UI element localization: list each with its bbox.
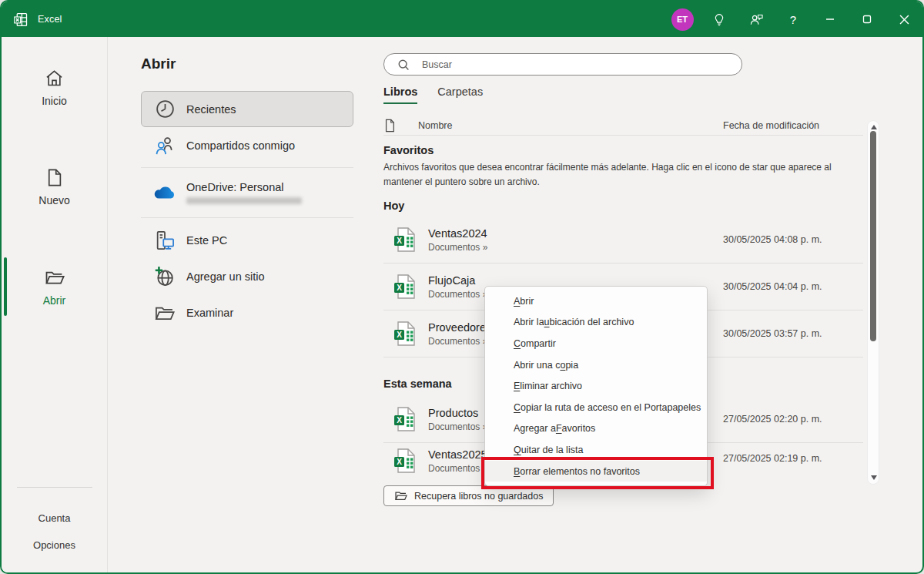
scroll-down-arrow-icon[interactable] [871, 475, 877, 480]
menu-item[interactable]: Abrir [485, 290, 707, 312]
backstage-body: Inicio Nuevo Abrir [2, 37, 922, 572]
svg-text:X: X [397, 331, 402, 339]
nav-item-label: Compartidos conmigo [186, 139, 295, 152]
nav-item-examinar[interactable]: Examinar [141, 294, 353, 331]
sidebar-item-abrir[interactable]: Abrir [2, 262, 107, 311]
shared-people-icon [153, 135, 176, 156]
list-header[interactable]: Nombre Fecha de modificación [383, 116, 863, 135]
nav-item-este-pc[interactable]: Este PC [141, 222, 353, 258]
add-site-globe-icon [153, 266, 176, 287]
file-date: 27/05/2025 02:20 p. m. [723, 414, 822, 425]
close-button[interactable] [886, 2, 922, 37]
active-accent-bar [4, 257, 7, 316]
home-icon [44, 68, 65, 89]
recover-folder-icon [394, 490, 407, 502]
nav-item-label: Examinar [186, 307, 233, 319]
avatar[interactable]: ET [671, 8, 694, 31]
new-document-icon [44, 167, 65, 188]
menu-item[interactable]: Borrar elementos no favoritos [485, 461, 707, 482]
excel-window: Excel ET [0, 0, 924, 574]
onedrive-cloud-icon [153, 184, 176, 201]
excel-file-icon: X [393, 227, 415, 252]
sidebar-item-nuevo[interactable]: Nuevo [2, 163, 107, 211]
column-date[interactable]: Fecha de modificación [723, 120, 819, 131]
sidebar-item-cuenta[interactable]: Cuenta [38, 505, 71, 532]
open-nav-panel: Abrir Recientes Compartidos conmigo [108, 37, 353, 572]
nav-item-label: OneDrive: Personal [186, 181, 302, 193]
search-box[interactable] [383, 53, 742, 76]
menu-item[interactable]: Compartir [485, 333, 707, 354]
nav-item-label: Este PC [186, 234, 227, 247]
left-rail: Inicio Nuevo Abrir [2, 37, 108, 572]
menu-item[interactable]: Agregar a Favoritos [485, 418, 707, 440]
file-date: 30/05/2025 04:04 p. m. [723, 281, 822, 292]
divider [141, 217, 353, 218]
sidebar-item-label: Nuevo [38, 194, 69, 206]
scrollbar-thumb[interactable] [870, 131, 876, 341]
svg-text:X: X [397, 237, 402, 245]
file-location: Documentos » [428, 421, 487, 432]
feedback-person-icon [749, 12, 764, 27]
favorites-title: Favoritos [383, 144, 922, 156]
menu-item[interactable]: Copiar la ruta de acceso en el Portapape… [485, 397, 707, 418]
file-date: 30/05/2025 03:57 p. m. [723, 328, 822, 339]
sidebar-item-label: Inicio [42, 95, 67, 107]
nav-item-label: Recientes [186, 103, 236, 116]
sidebar-item-label: Abrir [43, 294, 66, 307]
this-pc-icon [153, 230, 176, 251]
minimize-button[interactable] [812, 2, 849, 37]
sidebar-footer: Cuenta Opciones [2, 487, 107, 572]
excel-file-icon: X [393, 321, 415, 346]
nav-item-compartidos[interactable]: Compartidos conmigo [141, 127, 353, 163]
divider [383, 135, 863, 136]
nav-item-label: Agregar un sitio [186, 270, 265, 283]
search-input[interactable] [420, 59, 713, 71]
excel-file-icon: X [393, 274, 415, 299]
context-menu: AbrirAbrir la ubicación del archivoCompa… [484, 286, 708, 486]
nav-item-agregar-sitio[interactable]: Agregar un sitio [141, 258, 353, 294]
svg-text:X: X [397, 458, 402, 466]
favorites-description: Archivos favoritos que desea encontrar f… [383, 160, 865, 190]
recover-unsaved-button[interactable]: Recupera libros no guardados [383, 485, 554, 506]
file-location: Documentos » [428, 463, 487, 474]
file-row[interactable]: X Ventas2024 Documentos » 30/05/2025 04:… [383, 217, 863, 264]
titlebar: Excel ET [2, 2, 922, 37]
svg-text:X: X [397, 416, 402, 425]
search-icon [397, 59, 410, 71]
nav-item-recientes[interactable]: Recientes [141, 91, 353, 127]
account-button[interactable]: ET [664, 2, 701, 37]
nav-item-onedrive[interactable]: OneDrive: Personal [141, 172, 353, 213]
menu-item[interactable]: Eliminar archivo [485, 375, 707, 397]
tab-carpetas[interactable]: Carpetas [437, 86, 483, 104]
open-folder-icon [44, 267, 65, 288]
menu-item[interactable]: Abrir la ubicación del archivo [485, 312, 707, 334]
help-button[interactable]: ? [775, 2, 812, 37]
document-icon [383, 119, 396, 133]
file-name: Ventas2025 [428, 448, 487, 461]
scrollbar[interactable] [867, 120, 879, 485]
sidebar-item-inicio[interactable]: Inicio [2, 63, 107, 112]
file-location: Documentos » [428, 242, 487, 253]
titlebar-controls: ET ? [664, 2, 922, 37]
minimize-icon [825, 15, 835, 24]
file-date: 30/05/2025 04:08 p. m. [723, 234, 822, 245]
column-name[interactable]: Nombre [418, 120, 452, 131]
sidebar-item-opciones[interactable]: Opciones [33, 532, 75, 559]
excel-logo-icon [12, 11, 29, 28]
excel-file-icon: X [393, 407, 415, 431]
scroll-up-arrow-icon[interactable] [871, 125, 877, 129]
tips-button[interactable] [701, 2, 738, 37]
close-icon [899, 15, 909, 25]
page-title: Abrir [141, 55, 353, 72]
onedrive-email-redacted [186, 197, 302, 204]
file-date: 27/05/2025 02:19 p. m. [723, 453, 822, 464]
file-name: Productos [428, 407, 487, 419]
maximize-button[interactable] [849, 2, 886, 37]
file-name: Proveedores [428, 321, 491, 334]
excel-file-icon: X [393, 448, 415, 473]
feedback-button[interactable] [738, 2, 775, 37]
tab-libros[interactable]: Libros [383, 86, 417, 104]
divider [17, 487, 92, 488]
menu-item[interactable]: Quitar de la lista [485, 439, 707, 461]
menu-item[interactable]: Abrir una copia [485, 354, 707, 376]
